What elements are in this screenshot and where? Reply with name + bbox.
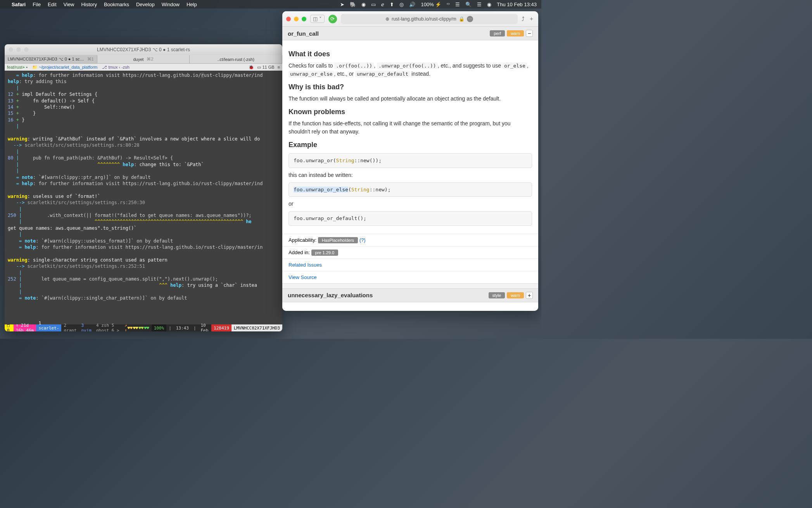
elephant-icon[interactable]: 🐘 [350, 2, 356, 7]
menu-history[interactable]: History [81, 2, 97, 7]
code-example-3: foo.unwrap_or_default(); [289, 211, 532, 226]
terminal-tab-2[interactable]: duyet ⌘2 [97, 55, 190, 63]
circle-icon[interactable]: ◎ [399, 2, 404, 7]
terminal-titlebar[interactable]: LMVNHCC02X71XFJHD3 ⌥ 0 ● 1 scarlet-rs [5, 44, 282, 55]
tmux-statusbar: □ 0 ↑ 21d 16h 46m 1 scarlet-rs 2 grant 3… [5, 324, 282, 331]
added-in-row: Added in: pre 1.29.0 [282, 246, 538, 258]
spotlight-icon[interactable]: 🔍 [465, 2, 472, 7]
tmux-uptime: ↑ 21d 16h 46m [14, 324, 36, 331]
terminal-statusline: feat/rust+ • 📁 ~/project/scarlet_data_pl… [5, 64, 282, 71]
tmux-window-1[interactable]: 1 scarlet-rs [36, 324, 61, 331]
volume-icon[interactable]: 🔊 [409, 2, 415, 7]
upload-icon[interactable]: ⬆ [390, 2, 394, 7]
terminal-output[interactable]: = help: for further information visit ht… [5, 71, 282, 324]
minimize-button[interactable] [16, 47, 21, 52]
notifications-icon[interactable]: ☰ [477, 2, 482, 7]
menu-lines-icon: ≡ [278, 65, 280, 70]
tab-shortcut: ⌘2 [147, 57, 153, 62]
battery-status[interactable]: 100% ⚡ [421, 2, 441, 7]
siri-icon[interactable]: ◉ [487, 2, 491, 7]
lint-level-badge: warn [507, 30, 524, 36]
menu-help[interactable]: Help [187, 2, 197, 7]
code-example-1: foo.unwrap_or(String::new()); [289, 153, 532, 168]
new-tab-icon[interactable]: ＋ [529, 15, 534, 23]
tab-label: LMVNHCC02X71XFJHD3 ⌥ 0 ● 1 sc… [8, 57, 84, 62]
terminal-tab-3[interactable]: ..ct/learn-rust (-zsh) [190, 55, 282, 63]
view-source-row: View Source [282, 271, 538, 284]
tab-shortcut: ⌘1 [87, 57, 94, 62]
why-bad-text: The function will always be called and p… [289, 95, 532, 103]
lint-header-unnecessary-lazy[interactable]: unnecessary_lazy_evaluations style warn … [282, 288, 538, 302]
terminal-window: LMVNHCC02X71XFJHD3 ⌥ 0 ● 1 scarlet-rs LM… [5, 44, 282, 331]
what-it-does-text: Checks for calls to .or(foo(..)), .unwra… [289, 62, 532, 78]
tmux-status: ⎇ tmux ‹ -zsh [102, 65, 129, 70]
lint-group-badge: perf [490, 30, 505, 36]
tmux-session-flag: □ 0 [5, 324, 14, 331]
control-center-icon[interactable]: ☰ [455, 2, 460, 7]
what-it-does-heading: What it does [289, 49, 532, 59]
lint-name: unnecessary_lazy_evaluations [288, 292, 373, 298]
address-bar[interactable]: ⊕ rust-lang.github.io/rust-clippy/m 🔒 ⋯ [341, 14, 518, 24]
example-heading: Example [289, 140, 532, 150]
globe-icon[interactable]: ◉ [361, 2, 366, 7]
lint-group-badge: style [489, 292, 505, 298]
terminal-tab-1[interactable]: LMVNHCC02X71XFJHD3 ⌥ 0 ● 1 sc… ⌘1 [5, 55, 97, 63]
url-text: rust-lang.github.io/rust-clippy/m [392, 16, 456, 22]
rocket-icon[interactable]: ➤ [340, 2, 344, 7]
tab-label: ..ct/learn-rust (-zsh) [218, 57, 254, 62]
safari-window: ◫ ˅ ⟳ ⊕ rust-lang.github.io/rust-clippy/… [282, 11, 538, 311]
terminal-tabbar: LMVNHCC02X71XFJHD3 ⌥ 0 ● 1 sc… ⌘1 duyet … [5, 55, 282, 64]
macos-menubar: Safari File Edit View History Bookmarks … [0, 0, 541, 9]
collapse-button[interactable]: − [526, 30, 533, 37]
expand-button[interactable]: + [526, 292, 533, 299]
reload-button[interactable]: ⟳ [328, 15, 337, 23]
tmux-pct: 100% [152, 324, 167, 331]
safari-status-icon[interactable]: ℯ [381, 2, 384, 7]
menu-develop[interactable]: Develop [136, 2, 155, 7]
menu-window[interactable]: Window [162, 2, 180, 7]
close-button[interactable] [286, 17, 291, 21]
clippy-docs-content[interactable]: or_fun_call perf warn − What it does Che… [282, 27, 538, 311]
menu-edit[interactable]: Edit [48, 2, 56, 7]
lint-body: What it does Checks for calls to .or(foo… [282, 40, 538, 234]
menu-file[interactable]: File [33, 2, 41, 7]
git-branch: feat/rust+ • [7, 65, 28, 69]
related-issues-row: Related Issues [282, 258, 538, 271]
close-button[interactable] [9, 47, 13, 52]
lint-level-badge: warn [507, 292, 524, 298]
known-problems-heading: Known problems [289, 107, 532, 117]
applicability-help-link[interactable]: (?) [359, 237, 366, 243]
safari-toolbar: ◫ ˅ ⟳ ⊕ rust-lang.github.io/rust-clippy/… [282, 11, 538, 27]
cwd-path: 📁 ~/project/scarlet_data_platform [32, 65, 97, 70]
reader-icon[interactable]: ⋯ [467, 16, 473, 22]
lint-header-or-fun-call[interactable]: or_fun_call perf warn − [282, 27, 538, 40]
tray-icon[interactable]: ▭ [371, 2, 376, 7]
tmux-window-rest[interactable]: 4 zsh 5 ghost 6 > [94, 324, 122, 331]
menu-bookmarks[interactable]: Bookmarks [104, 2, 129, 7]
view-source-link[interactable]: View Source [289, 274, 317, 280]
applicability-badge: HasPlaceholders [318, 237, 358, 243]
or-text: or [289, 200, 532, 208]
version-badge: pre 1.29.0 [311, 250, 339, 256]
share-icon[interactable]: ⤴ [522, 16, 525, 22]
zoom-button[interactable] [302, 17, 306, 21]
lint-name: or_fun_call [288, 30, 319, 37]
tmux-sep: | [166, 324, 174, 331]
site-settings-icon[interactable]: ⊕ [385, 16, 389, 22]
tmux-sep: | [191, 324, 199, 331]
tmux-window-2[interactable]: 2 grant [61, 324, 79, 331]
app-menu[interactable]: Safari [12, 2, 26, 7]
minimize-button[interactable] [294, 17, 299, 21]
tmux-date: 10 Feb [199, 324, 212, 331]
tmux-host: LMVNHCC02X71XFJHD3 [232, 324, 282, 331]
zoom-button[interactable] [24, 47, 29, 52]
wifi-icon[interactable]: ⌔ [447, 2, 450, 7]
known-problems-text: If the function has side-effects, not ca… [289, 120, 532, 136]
tmux-window-3[interactable]: 3 nvim [79, 324, 94, 331]
clock[interactable]: Thu 10 Feb 13:43 [497, 2, 537, 7]
instead-text: this can instead be written: [289, 171, 532, 179]
bug-icon: 🐞 [249, 65, 254, 70]
menu-view[interactable]: View [64, 2, 74, 7]
sidebar-toggle-button[interactable]: ◫ ˅ [310, 15, 325, 23]
related-issues-link[interactable]: Related Issues [289, 262, 322, 268]
